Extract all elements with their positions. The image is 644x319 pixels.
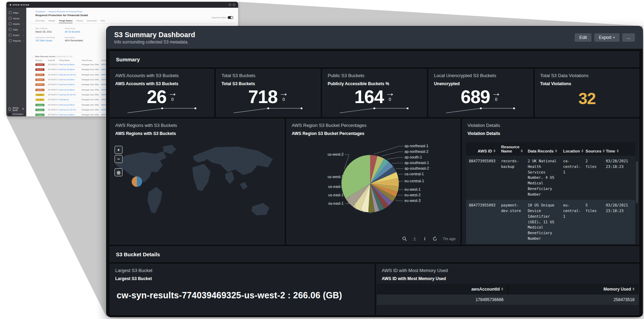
violations-panel-title: Violation Details <box>463 119 639 128</box>
more-label: ... <box>627 35 630 40</box>
policy-link[interactable]: Data Security Basics <box>59 84 82 86</box>
table-row[interactable]: 884773955093sales-temp-0015 US Medical B… <box>466 244 635 245</box>
field-value[interactable]: All S3 Buckets <box>65 30 107 33</box>
sidebar-item-label: Reports <box>13 40 21 42</box>
table-row[interactable]: 884773955093payment-dev-store10 US Uniqu… <box>466 200 635 244</box>
issue-id-cell: ER-09182713 <box>48 114 59 116</box>
column-header-time[interactable]: Time <box>603 142 635 156</box>
chevron-right-icon: › <box>23 28 24 31</box>
field-asset-group: Asset GroupAll S3 Buckets <box>65 27 107 33</box>
report-fields: Date of ReportMarch 28, 2021Asset GroupA… <box>35 27 105 42</box>
map-panel-title: AWS Regions with S3 Buckets <box>110 119 284 128</box>
column-header-resource-name[interactable]: Resource Name <box>498 142 525 156</box>
issues-column-severity[interactable]: Severity <box>35 59 48 61</box>
policy-link[interactable]: Data Security Top Five <box>59 74 82 76</box>
bottom-row: Largest S3 Bucket Largest S3 Bucket cw-s… <box>110 264 639 315</box>
sort-icon <box>632 287 635 291</box>
severity-badge: Low Risk <box>35 99 44 101</box>
issues-section-header[interactable]: ⌄ Data Security Issues (Showing 8 of 15) <box>32 55 72 57</box>
avatar <box>8 107 11 111</box>
world-map[interactable] <box>110 142 284 244</box>
policy-link[interactable]: Data Security Basics <box>59 64 82 66</box>
info-icon[interactable] <box>422 236 427 241</box>
column-header-location[interactable]: Location <box>560 142 583 156</box>
more-button[interactable]: ... <box>622 33 635 42</box>
region-pie-chart[interactable]: ap-northeast-1ap-northeast-2ap-south-1ap… <box>287 141 460 233</box>
column-header-sources[interactable]: Sources <box>583 142 603 156</box>
map-locate-button[interactable]: ◎ <box>115 168 123 176</box>
policy-link[interactable]: Data Security Top Five <box>59 109 82 111</box>
sidebar-item-reports[interactable]: Reports› <box>6 38 26 43</box>
severity-badge: Med Risk <box>35 89 44 91</box>
sidebar-item-issues[interactable]: Issues <box>6 15 26 21</box>
sidebar-item-scans[interactable]: Scans› <box>6 32 26 38</box>
kpi-value: 164 <box>354 88 384 106</box>
memory-panel-subtitle: AWS ID with Most Memory Used <box>377 273 639 281</box>
breadcrumb-current[interactable]: Required Protection for Financial Detail <box>49 11 82 13</box>
bell-icon[interactable] <box>229 4 231 6</box>
edit-button[interactable]: Edit <box>575 33 591 42</box>
map-zoom-in-button[interactable]: + <box>115 146 123 154</box>
user-row[interactable]: Jenny Smiff ⚙ <box>8 107 24 111</box>
column-header-data-records[interactable]: Data Records <box>525 142 560 156</box>
breadcrumb-link-compliance[interactable]: Compliance <box>35 11 46 13</box>
feedback-input[interactable] <box>9 113 11 115</box>
issues-column-policy-name[interactable]: Policy Name <box>59 59 82 61</box>
raven-icon <box>9 4 12 6</box>
policy-link[interactable]: Data Security Basics <box>59 114 82 116</box>
issues-column-asset-group[interactable]: Asset Group <box>82 59 101 61</box>
sidebar-item-assets[interactable]: Assets› <box>6 21 26 27</box>
scrollbar-thumb[interactable] <box>636 161 638 203</box>
map-region-marker[interactable] <box>132 176 142 187</box>
trend-arrow-icon: → <box>168 89 177 97</box>
report-title: Required Protection for Financial Detail <box>35 14 88 17</box>
export-button[interactable]: Export ▾ <box>594 33 619 42</box>
field-date-of-report: Date of ReportMarch 28, 2021 <box>35 27 65 33</box>
kpi-subtitle: AWS Accounts with S3 Buckets <box>110 78 214 86</box>
policy-link[interactable]: Data Security Top Five <box>59 94 82 96</box>
policy-link[interactable]: Data Security Basics <box>59 69 82 70</box>
download-icon[interactable] <box>412 236 417 241</box>
tab-details[interactable]: Details <box>48 19 55 23</box>
middle-row: AWS Regions with S3 Buckets AWS Regions … <box>110 119 639 244</box>
field-value[interactable]: 142 New Issues <box>35 39 65 42</box>
violations-table-body: 884773955093records-backup2 UK National … <box>466 156 635 244</box>
sidebar-item-maps[interactable]: Maps <box>6 10 26 15</box>
tab-download[interactable]: Download <box>87 19 97 23</box>
refresh-icon[interactable] <box>432 236 437 241</box>
bucket-details-section-band: S3 Bucket Details <box>110 246 639 262</box>
policy-link[interactable]: Data Backup <box>59 99 82 101</box>
map-zoom-out-button[interactable]: − <box>115 155 123 163</box>
collapse-chevron-icon[interactable]: ⌄ <box>32 55 34 57</box>
sort-icon <box>501 287 503 291</box>
severity-cell: Low Risk <box>35 99 48 101</box>
policy-link[interactable]: Data Security Basics <box>59 89 82 91</box>
issue-id-cell: ER-09182713 <box>48 69 59 70</box>
severity-badge: Med Risk <box>35 74 44 76</box>
largest-bucket-subtitle: Largest S3 Bucket <box>110 273 374 281</box>
column-header-memory-used[interactable]: Memory Used <box>508 284 639 294</box>
tab-summary[interactable]: Summary <box>35 19 44 23</box>
topbar-icons <box>229 4 235 6</box>
magnifier-icon[interactable] <box>402 236 407 241</box>
table-row[interactable]: 884773955093records-backup2 UK National … <box>466 156 635 200</box>
send-feedback-button[interactable]: Send feedback <box>12 113 24 115</box>
sidebar-item-data[interactable]: Data› <box>6 27 26 32</box>
pie-label-ap-southeast-1: ap-southeast-1 <box>404 161 429 165</box>
policy-link[interactable]: Data Security Basics <box>59 79 82 81</box>
column-header-aws-id[interactable]: AWS ID <box>466 142 498 156</box>
severity-cell: Med Risk <box>35 83 48 86</box>
issues-column-issue-id[interactable]: Issue ID <box>48 59 59 61</box>
policy-link[interactable]: Data Security Basics <box>59 104 82 106</box>
cell-time: 03/28/2021 23:18:23 <box>603 200 635 244</box>
gear-icon[interactable]: ⚙ <box>22 108 24 110</box>
help-icon[interactable] <box>233 4 235 6</box>
supervisor-toggle[interactable] <box>228 16 233 19</box>
breadcrumb: Compliance › Required Protection for Fin… <box>35 11 82 13</box>
kpi-value-row: 26→0 <box>110 88 214 106</box>
tab-help[interactable]: Help <box>101 19 105 23</box>
column-header-aws-account-id[interactable]: awsAccountId <box>377 284 507 294</box>
tab-triage-status[interactable]: Triage Status <box>59 19 72 23</box>
tab-history[interactable]: History <box>76 19 83 23</box>
asset-group-cell: Norwegian Corp. Office <box>82 64 101 66</box>
